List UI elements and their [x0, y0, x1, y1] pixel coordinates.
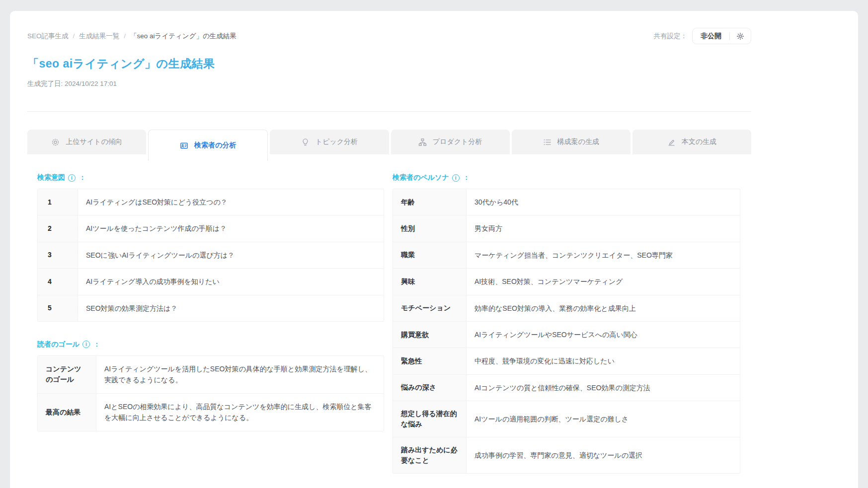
top-bar: SEO記事生成/生成結果一覧/「seo aiライティング」の生成結果 共有設定：… — [27, 11, 751, 44]
tab-bar: 上位サイトの傾向 検索者の分析 トピック分析 プロダクト分析 構成案の生成 本文… — [27, 130, 751, 154]
row-label: 興味 — [393, 269, 467, 294]
breadcrumb: SEO記事生成/生成結果一覧/「seo aiライティング」の生成結果 — [27, 32, 237, 41]
content-area: SEO記事生成/生成結果一覧/「seo aiライティング」の生成結果 共有設定：… — [27, 11, 751, 474]
section-heading-search-intent: 検索意図 i ： — [37, 173, 384, 182]
row-label: 職業 — [393, 242, 467, 268]
tab-outline-generation[interactable]: 構成案の生成 — [512, 130, 631, 154]
list-icon-wrap — [543, 138, 552, 146]
reader-goal-row: コンテンツのゴールAIライティングツールを活用したSEO対策の具体的な手順と効果… — [38, 356, 384, 393]
list-icon — [543, 138, 552, 146]
tab-searcher-analysis[interactable]: 検索者の分析 — [148, 130, 268, 161]
tab-topic-analysis[interactable]: トピック分析 — [270, 130, 389, 154]
page-title: 「seo aiライティング」の生成結果 — [27, 56, 751, 71]
persona-row: 踏み出すために必要なこと成功事例の学習、専門家の意見、適切なツールの選択 — [393, 437, 740, 473]
row-label: 5 — [38, 295, 78, 321]
tab-top-sites-trend[interactable]: 上位サイトの傾向 — [27, 130, 146, 154]
lightbulb-icon-wrap — [301, 138, 310, 146]
pen-icon — [667, 138, 676, 146]
breadcrumb-item: 「seo aiライティング」の生成結果 — [130, 32, 237, 41]
share-settings: 共有設定： 非公開 — [654, 28, 752, 44]
tab-body-generation[interactable]: 本文の生成 — [632, 130, 751, 154]
share-settings-button[interactable] — [730, 28, 751, 44]
row-value: AIツールの適用範囲の判断、ツール選定の難しさ — [467, 401, 740, 437]
row-value: AIライティングツールを活用したSEO対策の具体的な手順と効果測定方法を理解し、… — [96, 356, 384, 393]
section-heading-text: 読者のゴール — [37, 340, 79, 349]
row-label: 性別 — [393, 215, 467, 241]
breadcrumb-item[interactable]: SEO記事生成 — [27, 32, 69, 41]
row-value: AIとSEOの相乗効果により、高品質なコンテンツを効率的に生成し、検索順位と集客… — [96, 394, 384, 431]
info-icon[interactable]: i — [82, 341, 90, 348]
row-value: AIライティングツールやSEOサービスへの高い関心 — [467, 322, 740, 348]
persona-table: 年齢30代から40代性別男女両方職業マーケティング担当者、コンテンツクリエイター… — [393, 189, 740, 474]
right-column: 検索者のペルソナ i ： 年齢30代から40代性別男女両方職業マーケティング担当… — [393, 173, 740, 474]
row-label: 1 — [38, 189, 78, 215]
tab-label: トピック分析 — [316, 138, 358, 146]
search-intent-row: 2AIツールを使ったコンテンツ作成の手順は？ — [38, 215, 384, 241]
tab-label: 本文の生成 — [682, 138, 716, 146]
section-heading-text: 検索者のペルソナ — [393, 173, 449, 182]
section-heading-persona: 検索者のペルソナ i ： — [393, 173, 740, 182]
row-label: 年齢 — [393, 189, 467, 215]
row-value: マーケティング担当者、コンテンツクリエイター、SEO専門家 — [467, 242, 740, 268]
row-label: 最高の結果 — [38, 394, 96, 431]
completion-date: 生成完了日: 2024/10/22 17:01 — [27, 79, 751, 88]
badge-icon-wrap — [51, 138, 60, 146]
row-label: 3 — [38, 242, 78, 268]
reader-goal-table: コンテンツのゴールAIライティングツールを活用したSEO対策の具体的な手順と効果… — [37, 355, 384, 431]
tab-label: プロダクト分析 — [433, 138, 482, 146]
row-value: 成功事例の学習、専門家の意見、適切なツールの選択 — [467, 437, 740, 473]
search-intent-row: 4AIライティング導入の成功事例を知りたい — [38, 268, 384, 294]
breadcrumb-separator: / — [73, 32, 75, 40]
tab-product-analysis[interactable]: プロダクト分析 — [391, 130, 510, 154]
row-value: AI技術、SEO対策、コンテンツマーケティング — [467, 269, 740, 294]
breadcrumb-separator: / — [124, 32, 126, 40]
row-value: SEOに強いAIライティングツールの選び方は？ — [78, 242, 384, 268]
share-status-button[interactable]: 非公開 — [693, 28, 729, 44]
badge-icon — [51, 138, 60, 146]
persona-row: 緊急性中程度、競争環境の変化に迅速に対応したい — [393, 348, 740, 374]
section-heading-text: 検索意図 — [37, 173, 65, 182]
sitemap-icon — [418, 138, 427, 146]
content-card: SEO記事生成/生成結果一覧/「seo aiライティング」の生成結果 共有設定：… — [10, 11, 858, 488]
row-value: AIコンテンツの質と信頼性の確保、SEO効果の測定方法 — [467, 375, 740, 401]
pen-icon-wrap — [667, 138, 676, 146]
persona-row: 興味AI技術、SEO対策、コンテンツマーケティング — [393, 268, 740, 294]
row-label: モチベーション — [393, 295, 467, 321]
persona-row: 購買意欲AIライティングツールやSEOサービスへの高い関心 — [393, 321, 740, 348]
analysis-columns: 検索意図 i ： 1AIライティングはSEO対策にどう役立つの？2AIツールを使… — [27, 173, 751, 474]
gear-icon — [736, 32, 744, 40]
persona-row: 年齢30代から40代 — [393, 189, 740, 215]
row-label: 2 — [38, 215, 78, 241]
heading-colon: ： — [93, 340, 100, 349]
lightbulb-icon — [301, 138, 310, 146]
info-icon[interactable]: i — [452, 174, 460, 182]
row-label: 悩みの深さ — [393, 375, 467, 401]
persona-row: 職業マーケティング担当者、コンテンツクリエイター、SEO専門家 — [393, 242, 740, 268]
persona-row: モチベーション効率的なSEO対策の導入、業務の効率化と成果向上 — [393, 295, 740, 321]
row-label: 購買意欲 — [393, 322, 467, 348]
share-pill: 非公開 — [692, 28, 751, 44]
section-heading-reader-goal: 読者のゴール i ： — [37, 340, 384, 349]
breadcrumb-item[interactable]: 生成結果一覧 — [79, 32, 119, 41]
row-label: 想定し得る潜在的な悩み — [393, 401, 467, 437]
row-value: 中程度、競争環境の変化に迅速に対応したい — [467, 348, 740, 374]
info-icon[interactable]: i — [68, 174, 76, 182]
heading-colon: ： — [79, 173, 86, 182]
tab-label: 上位サイトの傾向 — [66, 138, 122, 146]
heading-colon: ： — [463, 173, 470, 182]
search-intent-table: 1AIライティングはSEO対策にどう役立つの？2AIツールを使ったコンテンツ作成… — [37, 189, 384, 322]
persona-row: 想定し得る潜在的な悩みAIツールの適用範囲の判断、ツール選定の難しさ — [393, 401, 740, 437]
search-intent-row: 5SEO対策の効果測定方法は？ — [38, 295, 384, 321]
row-value: AIライティングはSEO対策にどう役立つの？ — [78, 189, 384, 215]
id-card-icon-wrap — [180, 141, 188, 150]
search-intent-row: 1AIライティングはSEO対策にどう役立つの？ — [38, 189, 384, 215]
tab-label: 検索者の分析 — [194, 141, 236, 150]
persona-row: 悩みの深さAIコンテンツの質と信頼性の確保、SEO効果の測定方法 — [393, 374, 740, 401]
row-value: SEO対策の効果測定方法は？ — [78, 295, 384, 321]
row-label: コンテンツのゴール — [38, 356, 96, 393]
divider — [27, 111, 751, 112]
left-column: 検索意図 i ： 1AIライティングはSEO対策にどう役立つの？2AIツールを使… — [37, 173, 384, 431]
row-value: 30代から40代 — [467, 189, 740, 215]
row-label: 緊急性 — [393, 348, 467, 374]
id-card-icon — [180, 141, 188, 150]
